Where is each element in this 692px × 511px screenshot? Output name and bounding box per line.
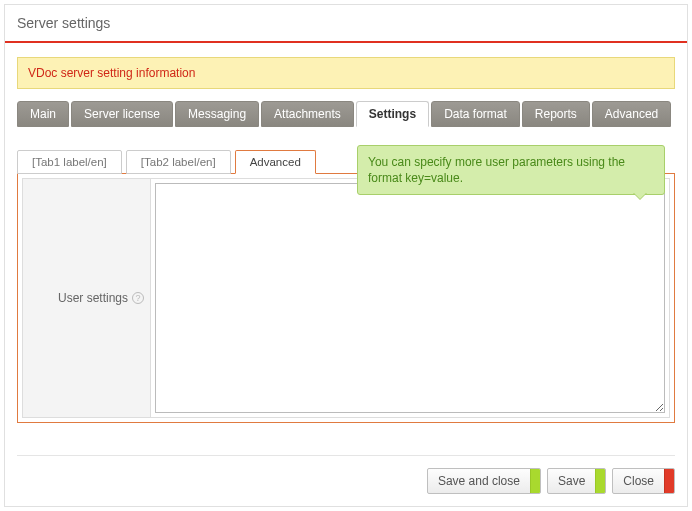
user-settings-textarea[interactable] bbox=[155, 183, 665, 413]
tab-data-format[interactable]: Data format bbox=[431, 101, 520, 127]
close-label: Close bbox=[613, 469, 664, 493]
server-settings-panel: Server settings VDoc server setting info… bbox=[4, 4, 688, 507]
page-title: Server settings bbox=[5, 5, 687, 43]
footer-actions: Save and close Save Close bbox=[17, 455, 675, 506]
tab-server-license[interactable]: Server license bbox=[71, 101, 173, 127]
save-and-close-button[interactable]: Save and close bbox=[427, 468, 541, 494]
secondary-tabs-wrap: [Tab1 label/en] [Tab2 label/en] Advanced… bbox=[17, 149, 675, 423]
secondary-tabs: [Tab1 label/en] [Tab2 label/en] Advanced bbox=[17, 149, 675, 173]
tab-messaging[interactable]: Messaging bbox=[175, 101, 259, 127]
user-settings-label: User settings bbox=[58, 291, 128, 305]
save-button[interactable]: Save bbox=[547, 468, 606, 494]
primary-tabs: Main Server license Messaging Attachment… bbox=[5, 101, 687, 127]
subtab-tab1[interactable]: [Tab1 label/en] bbox=[17, 150, 122, 174]
info-banner: VDoc server setting information bbox=[17, 57, 675, 89]
save-and-close-label: Save and close bbox=[428, 469, 530, 493]
accent-icon bbox=[664, 469, 674, 493]
form-row: User settings ? bbox=[22, 178, 670, 418]
content-box: You can specify more user parameters usi… bbox=[17, 173, 675, 423]
user-settings-label-cell: User settings ? bbox=[23, 179, 151, 417]
tab-attachments[interactable]: Attachments bbox=[261, 101, 354, 127]
subtab-advanced[interactable]: Advanced bbox=[235, 150, 316, 174]
tab-reports[interactable]: Reports bbox=[522, 101, 590, 127]
tab-settings[interactable]: Settings bbox=[356, 101, 429, 127]
subtab-tab2[interactable]: [Tab2 label/en] bbox=[126, 150, 231, 174]
user-settings-field-cell bbox=[151, 179, 669, 417]
help-icon[interactable]: ? bbox=[132, 292, 144, 304]
close-button[interactable]: Close bbox=[612, 468, 675, 494]
tab-main[interactable]: Main bbox=[17, 101, 69, 127]
accent-icon bbox=[530, 469, 540, 493]
accent-icon bbox=[595, 469, 605, 493]
save-label: Save bbox=[548, 469, 595, 493]
tab-advanced[interactable]: Advanced bbox=[592, 101, 671, 127]
